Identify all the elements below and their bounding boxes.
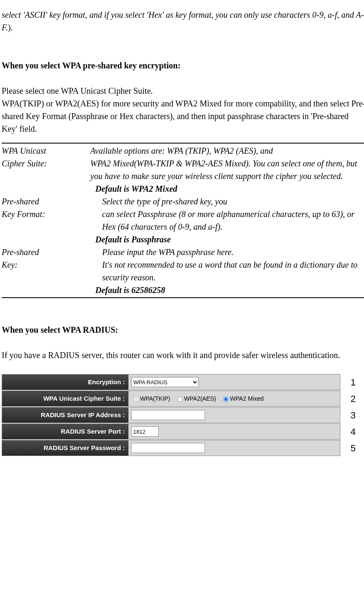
pwd-row: RADIUS Server Password : [2,440,340,456]
callout-1: 1 [340,374,364,390]
intro-fragment: select 'ASCII' key format, and if you se… [2,8,364,34]
def-term-line1: Pre-shared [2,246,90,258]
table-row: Key: It's not recommended to use a word … [2,258,364,284]
radius-ip-input[interactable] [131,410,205,420]
psk-para2: WPA(TKIP) or WPA2(AES) for more security… [2,97,364,135]
cipher-opt2-text: WPA2(AES) [184,394,216,403]
def-desc-line2: WPA2 Mixed(WPA-TKIP & WPA2-AES Mixed). Y… [90,157,364,182]
callout-3: 3 [340,407,364,423]
radius-config-screenshot: Encryption : WPA RADIUS WPA Unicast Ciph… [2,374,364,456]
intro-close: ). [8,23,13,32]
ip-row: RADIUS Server IP Address : [2,407,340,423]
def-desc-line2: can select Passphrase (8 or more alphanu… [90,208,364,233]
table-row: WPA Unicast Available options are: WPA (… [2,144,364,157]
psk-heading: When you select WPA pre-shared key encry… [2,59,364,72]
def-term-line1: Pre-shared [2,195,90,208]
radius-password-input[interactable] [131,443,205,453]
table-row: Key Format: can select Passphrase (8 or … [2,208,364,233]
ip-value-cell [128,407,340,423]
def-default: Default is Passphrase [95,233,364,246]
def-default: Default is WPA2 Mixed [95,182,364,195]
pwd-value-cell [128,440,340,456]
cipher-opt3-label[interactable]: WPA2 Mixed [221,394,264,403]
pwd-label: RADIUS Server Password : [2,440,128,456]
callout-4: 4 [340,423,364,440]
radius-form: Encryption : WPA RADIUS WPA Unicast Ciph… [2,374,340,456]
def-term-line2: Key: [2,258,90,284]
def-term-line2: Cipher Suite: [2,157,90,182]
radius-para: If you have a RADIUS server, this router… [2,349,364,361]
radio-wpa2-mixed[interactable] [223,396,229,402]
cipher-label: WPA Unicast Cipher Suite : [2,391,128,407]
callout-numbers: 1 2 3 4 5 [340,374,364,456]
def-term-line1: WPA Unicast [2,144,90,157]
intro-italic: select 'ASCII' key format, and if you se… [2,10,364,32]
cipher-row: WPA Unicast Cipher Suite : WPA(TKIP) WPA… [2,391,340,407]
cipher-opt2-label[interactable]: WPA2(AES) [175,394,216,403]
radio-wpa2-aes[interactable] [177,396,183,402]
psk-para1: Please select one WPA Unicast Cipher Sui… [2,84,364,97]
table-row: Pre-shared Select the type of pre-shared… [2,195,364,208]
encryption-value-cell: WPA RADIUS [128,374,340,390]
def-desc-line1: Available options are: WPA (TKIP), WPA2 … [90,144,364,157]
port-value-cell [128,423,340,440]
table-row: Pre-shared Please input the WPA passphra… [2,246,364,258]
radius-port-input[interactable] [131,426,159,437]
radius-heading: When you select WPA RADIUS: [2,323,364,336]
encryption-row: Encryption : WPA RADIUS [2,374,340,390]
port-row: RADIUS Server Port : [2,423,340,440]
encryption-select[interactable]: WPA RADIUS [131,377,199,387]
cipher-value-cell: WPA(TKIP) WPA2(AES) WPA2 Mixed [128,391,340,407]
port-label: RADIUS Server Port : [2,423,128,440]
cipher-opt1-label[interactable]: WPA(TKIP) [131,394,170,403]
def-desc-line1: Select the type of pre-shared key, you [90,195,364,208]
cipher-opt3-text: WPA2 Mixed [230,394,264,403]
encryption-label: Encryption : [2,374,128,390]
callout-2: 2 [340,391,364,407]
def-desc-line2: It's not recommended to use a word that … [90,258,364,284]
psk-definitions-table: WPA Unicast Available options are: WPA (… [2,143,364,298]
table-row: Cipher Suite: WPA2 Mixed(WPA-TKIP & WPA2… [2,157,364,182]
callout-5: 5 [340,440,364,456]
def-desc-line1: Please input the WPA passphrase here. [90,246,364,258]
cipher-opt1-text: WPA(TKIP) [140,394,170,403]
radio-wpa-tkip[interactable] [133,396,139,402]
def-term-line2: Key Format: [2,208,90,233]
def-default: Default is 62586258 [95,284,364,296]
ip-label: RADIUS Server IP Address : [2,407,128,423]
